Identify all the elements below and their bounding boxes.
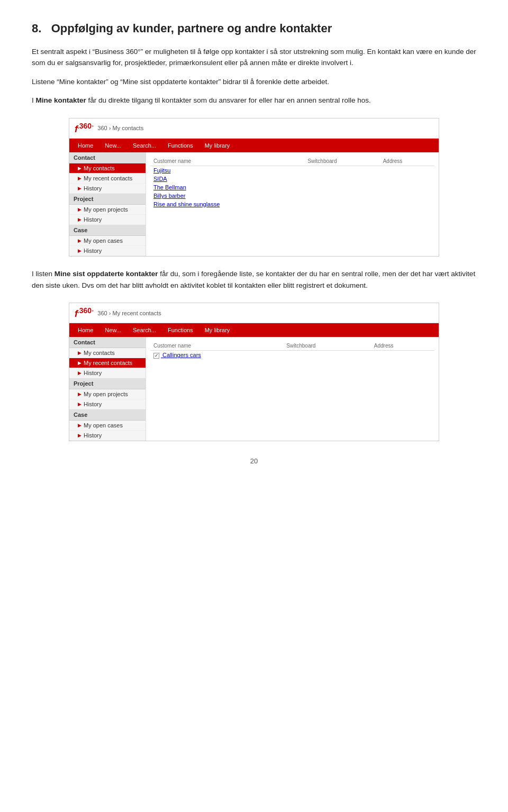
table-row[interactable]: The Bellman (150, 183, 434, 191)
nav-mylibrary-1[interactable]: My library (199, 141, 235, 150)
page-number: 20 (32, 457, 476, 465)
arrow-icon: ▶ (78, 433, 81, 438)
sidebar-item-history-case-2[interactable]: ▶ History (69, 431, 146, 441)
sidebar-item-openprojects-1[interactable]: ▶ My open projects (69, 205, 146, 215)
arrow-icon: ▶ (78, 402, 81, 407)
table-row[interactable]: Callingers cars (150, 351, 434, 360)
titlebar-1: f.360° 360 › My contacts (69, 118, 439, 139)
arrow-icon: ▶ (78, 370, 81, 376)
arrow-icon: ▶ (78, 248, 81, 253)
sidebar-section-project-1: Project (69, 194, 146, 205)
sidebar-section-project-2: Project (69, 378, 146, 389)
nav-search-1[interactable]: Search... (128, 141, 161, 150)
navbar-1: Home New... Search... Functions My libra… (69, 139, 439, 152)
logo-1: f.360° (75, 122, 93, 135)
paragraph-1: Et sentralt aspekt i “Business 360°” er … (32, 46, 476, 69)
arrow-icon: ▶ (78, 186, 81, 191)
cell-name[interactable]: Callingers cars (150, 351, 283, 360)
sidebar-item-opencases-1[interactable]: ▶ My open cases (69, 236, 146, 246)
table-row[interactable]: Rise and shine sunglasse (150, 200, 434, 208)
col-switchboard-1: Switchboard (304, 157, 379, 166)
paragraph-2: Listene “Mine kontakter” og “Mine sist o… (32, 76, 476, 88)
titlebar-2: f.360° 360 › My recent contacts (69, 303, 439, 323)
col-address-1: Address (380, 157, 434, 166)
arrow-icon: ▶ (78, 166, 81, 171)
table-row[interactable]: Fujitsu (150, 166, 434, 175)
row-checkbox[interactable] (153, 353, 159, 359)
cell-name[interactable]: The Bellman (150, 183, 304, 191)
col-switchboard-2: Switchboard (283, 341, 370, 351)
nav-new-2[interactable]: New... (99, 325, 126, 335)
nav-search-2[interactable]: Search... (128, 325, 161, 335)
cell-address (371, 351, 434, 360)
sidebar-item-history-contact-2[interactable]: ▶ History (69, 368, 146, 378)
sidebar-item-recentcontacts-2[interactable]: ▶ My recent contacts (69, 358, 146, 368)
breadcrumb-1: 360 › My contacts (97, 125, 143, 131)
table-row[interactable]: Billys barber (150, 191, 434, 200)
cell-switchboard (304, 183, 379, 191)
cell-address (380, 183, 434, 191)
cell-switchboard (304, 166, 379, 175)
arrow-icon: ▶ (78, 423, 81, 428)
content-2: Customer name Switchboard Address Callin… (146, 337, 439, 441)
cell-address (380, 200, 434, 208)
contacts-table-2: Customer name Switchboard Address Callin… (150, 341, 434, 360)
body-1: Contact ▶ My contacts ▶ My recent contac… (69, 152, 439, 256)
chapter-title: 8. Oppfølging av kunder, partnere og and… (32, 21, 476, 37)
sidebar-section-contact-1: Contact (69, 152, 146, 163)
col-address-2: Address (371, 341, 434, 351)
paragraph-4: I listen Mine sist oppdaterte kontakter … (32, 268, 476, 291)
cell-switchboard (304, 200, 379, 208)
arrow-icon: ▶ (78, 176, 81, 181)
logo-2: f.360° (75, 306, 93, 320)
sidebar-1: Contact ▶ My contacts ▶ My recent contac… (69, 152, 146, 256)
sidebar-item-history-contact-1[interactable]: ▶ History (69, 184, 146, 194)
sidebar-item-history-project-1[interactable]: ▶ History (69, 215, 146, 225)
breadcrumb-2: 360 › My recent contacts (97, 310, 161, 316)
body-2: Contact ▶ My contacts ▶ My recent contac… (69, 337, 439, 441)
cell-address (380, 191, 434, 200)
cell-switchboard (304, 191, 379, 200)
nav-functions-1[interactable]: Functions (162, 141, 198, 150)
contacts-table-1: Customer name Switchboard Address Fujits… (150, 157, 434, 208)
cell-switchboard (304, 175, 379, 183)
bold-mine-sist: Mine sist oppdaterte kontakter (55, 270, 158, 278)
arrow-icon: ▶ (78, 360, 81, 366)
arrow-icon: ▶ (78, 207, 81, 212)
cell-name[interactable]: Rise and shine sunglasse (150, 200, 304, 208)
col-customername-2: Customer name (150, 341, 283, 351)
sidebar-item-history-case-1[interactable]: ▶ History (69, 246, 146, 256)
sidebar-item-opencases-2[interactable]: ▶ My open cases (69, 421, 146, 431)
paragraph-3: I Mine kontakter får du direkte tilgang … (32, 95, 476, 106)
arrow-icon: ▶ (78, 391, 81, 397)
sidebar-section-case-2: Case (69, 409, 146, 421)
sidebar-item-recentcontacts-1[interactable]: ▶ My recent contacts (69, 174, 146, 184)
table-row[interactable]: SIDA (150, 175, 434, 183)
cell-name[interactable]: Billys barber (150, 191, 304, 200)
sidebar-section-case-1: Case (69, 225, 146, 236)
nav-new-1[interactable]: New... (99, 141, 126, 150)
col-customername-1: Customer name (150, 157, 304, 166)
cell-address (380, 175, 434, 183)
screenshot-1: f.360° 360 › My contacts Home New... Sea… (69, 118, 439, 257)
bold-mine-kontakter: Mine kontakter (36, 96, 86, 104)
nav-home-1[interactable]: Home (72, 141, 98, 150)
nav-mylibrary-2[interactable]: My library (199, 325, 235, 335)
arrow-icon: ▶ (78, 350, 81, 355)
arrow-icon: ▶ (78, 238, 81, 243)
cell-name[interactable]: SIDA (150, 175, 304, 183)
sidebar-item-history-project-2[interactable]: ▶ History (69, 399, 146, 409)
cell-address (380, 166, 434, 175)
cell-switchboard (283, 351, 370, 360)
content-1: Customer name Switchboard Address Fujits… (146, 152, 439, 256)
sidebar-item-openprojects-2[interactable]: ▶ My open projects (69, 389, 146, 399)
sidebar-section-contact-2: Contact (69, 337, 146, 348)
nav-home-2[interactable]: Home (72, 325, 98, 335)
sidebar-2: Contact ▶ My contacts ▶ My recent contac… (69, 337, 146, 441)
cell-name[interactable]: Fujitsu (150, 166, 304, 175)
nav-functions-2[interactable]: Functions (162, 325, 198, 335)
sidebar-item-mycontacts-2[interactable]: ▶ My contacts (69, 348, 146, 358)
sidebar-item-mycontacts-1[interactable]: ▶ My contacts (69, 163, 146, 174)
screenshot-2: f.360° 360 › My recent contacts Home New… (69, 303, 439, 441)
arrow-icon: ▶ (78, 217, 81, 222)
